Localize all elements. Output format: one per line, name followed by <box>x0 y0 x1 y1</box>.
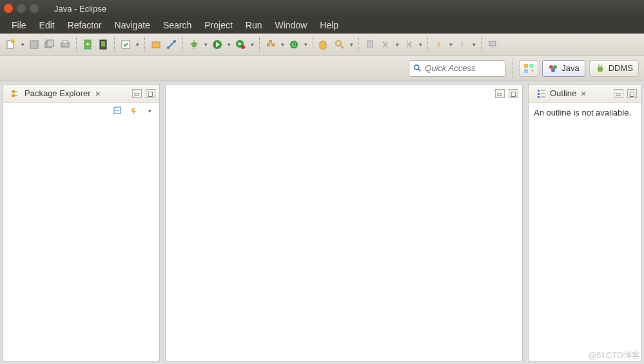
pin-button[interactable] <box>485 37 500 52</box>
menu-file[interactable]: File <box>5 17 33 33</box>
new-class-button[interactable]: C <box>287 37 301 52</box>
dropdown-arrow-icon[interactable]: ▾ <box>348 41 355 48</box>
package-explorer-tab[interactable]: Package Explorer ✕ <box>7 86 105 101</box>
forward-button[interactable] <box>455 37 469 52</box>
minimize-view-icon[interactable]: ▭ <box>495 89 505 98</box>
svg-point-15 <box>173 40 176 43</box>
window-maximize-icon[interactable] <box>30 4 39 13</box>
view-menu-icon[interactable]: ▾ <box>146 108 153 114</box>
dropdown-arrow-icon[interactable]: ▾ <box>19 41 26 48</box>
save-all-button[interactable] <box>43 37 57 52</box>
lint-button[interactable] <box>119 37 133 52</box>
svg-line-32 <box>340 45 344 48</box>
dropdown-arrow-icon[interactable]: ▾ <box>417 41 424 48</box>
save-button[interactable] <box>27 37 41 52</box>
dropdown-arrow-icon[interactable]: ▾ <box>447 41 454 48</box>
svg-rect-13 <box>152 42 160 48</box>
svg-text:C: C <box>292 41 297 48</box>
dropdown-arrow-icon[interactable]: ▾ <box>302 41 309 48</box>
new-package-button[interactable] <box>264 37 278 52</box>
collapse-all-icon[interactable] <box>113 106 123 116</box>
outline-message: An outline is not available. <box>534 108 631 117</box>
dropdown-arrow-icon[interactable]: ▾ <box>471 41 477 48</box>
new-button[interactable]: + <box>4 37 18 52</box>
maximize-view-icon[interactable]: □ <box>627 89 637 98</box>
svg-point-31 <box>336 41 341 46</box>
next-annotation-button[interactable] <box>378 37 393 52</box>
toolbar-separator <box>481 37 482 52</box>
dropdown-arrow-icon[interactable]: ▾ <box>279 41 286 48</box>
svg-point-39 <box>415 65 419 69</box>
link-editor-icon[interactable] <box>130 106 140 116</box>
avd-manager-button[interactable] <box>96 37 110 52</box>
menu-navigate[interactable]: Navigate <box>108 17 157 33</box>
toggle-mark-button[interactable] <box>363 37 377 52</box>
menu-project[interactable]: Project <box>198 17 239 33</box>
run-button[interactable] <box>210 37 224 52</box>
toolbar-separator <box>259 37 260 52</box>
editor-tab-bar: ▭ □ <box>166 85 522 103</box>
maximize-view-icon[interactable]: □ <box>509 89 518 98</box>
panel-tab-bar: Outline ✕ ▭ □ <box>529 85 641 103</box>
editor-panel: ▭ □ <box>165 84 523 361</box>
svg-rect-28 <box>269 40 272 43</box>
perspective-java[interactable]: Java <box>542 60 585 77</box>
print-button[interactable] <box>58 37 72 52</box>
menu-window[interactable]: Window <box>269 17 314 33</box>
toolbar-separator <box>427 37 428 52</box>
workarea: Package Explorer ✕ ▭ □ ▾ ▭ □ <box>0 81 644 364</box>
perspective-ddms[interactable]: DDMS <box>589 60 639 77</box>
menu-help[interactable]: Help <box>313 17 345 33</box>
menu-run[interactable]: Run <box>239 17 269 33</box>
menu-edit[interactable]: Edit <box>33 17 61 33</box>
dropdown-arrow-icon[interactable]: ▾ <box>249 41 255 48</box>
open-type-button[interactable] <box>317 37 331 52</box>
prev-annotation-button[interactable] <box>402 37 416 52</box>
svg-rect-27 <box>271 43 275 46</box>
new-project-button[interactable] <box>149 37 163 52</box>
svg-rect-43 <box>524 69 528 73</box>
dropdown-arrow-icon[interactable]: ▾ <box>394 41 400 48</box>
back-button[interactable] <box>432 37 446 52</box>
svg-rect-57 <box>538 90 540 92</box>
sdk-manager-button[interactable] <box>81 37 95 52</box>
minimize-view-icon[interactable]: ▭ <box>614 89 623 98</box>
quick-access-input[interactable] <box>425 63 501 73</box>
svg-marker-35 <box>436 41 440 48</box>
run-last-button[interactable] <box>233 37 248 52</box>
svg-point-14 <box>167 46 170 49</box>
menu-refactor[interactable]: Refactor <box>61 17 108 33</box>
quick-access[interactable] <box>409 60 505 77</box>
search-button[interactable] <box>333 37 347 52</box>
titlebar: Java - Eclipse <box>0 0 644 17</box>
explorer-body[interactable] <box>3 119 159 361</box>
outline-icon <box>536 88 547 99</box>
menu-search[interactable]: Search <box>157 17 198 33</box>
close-icon[interactable]: ✕ <box>580 88 587 98</box>
dropdown-arrow-icon[interactable]: ▾ <box>226 41 232 48</box>
open-perspective-button[interactable]: + <box>519 60 538 77</box>
menubar: File Edit Refactor Navigate Search Proje… <box>0 17 644 34</box>
dropdown-arrow-icon[interactable]: ▾ <box>202 41 209 48</box>
svg-rect-48 <box>598 66 603 72</box>
toolbar-separator <box>144 37 145 52</box>
maximize-view-icon[interactable]: □ <box>146 89 155 98</box>
svg-rect-26 <box>267 43 270 46</box>
dropdown-arrow-icon[interactable]: ▾ <box>134 41 141 48</box>
minimize-view-icon[interactable]: ▭ <box>132 89 142 98</box>
svg-rect-11 <box>101 41 105 46</box>
window-close-icon[interactable] <box>4 4 13 13</box>
svg-rect-59 <box>538 96 540 98</box>
outline-tab[interactable]: Outline ✕ <box>532 86 591 101</box>
window-minimize-icon[interactable] <box>17 4 26 13</box>
close-icon[interactable]: ✕ <box>94 88 102 98</box>
android-icon <box>595 63 605 74</box>
link-button[interactable] <box>164 37 179 52</box>
perspective-ddms-label: DDMS <box>609 63 633 73</box>
svg-rect-3 <box>30 41 38 48</box>
toolbar-separator <box>76 37 77 52</box>
editor-body[interactable] <box>166 103 522 361</box>
package-explorer-title: Package Explorer <box>24 88 91 98</box>
debug-button[interactable] <box>187 37 201 52</box>
toolbar-separator <box>182 37 183 52</box>
